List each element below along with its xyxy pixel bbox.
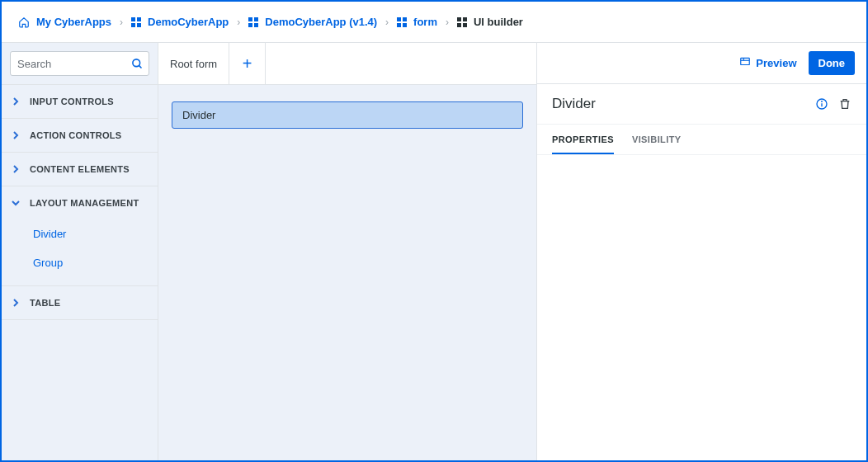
- breadcrumb: My CyberApps › DemoCyberApp › DemoCyberA…: [2, 2, 866, 43]
- home-icon: [18, 16, 30, 28]
- category-header[interactable]: LAYOUT MANAGEMENT: [2, 186, 158, 219]
- sidebar-item-group[interactable]: Group: [33, 248, 158, 277]
- panel-title-row: Divider: [537, 84, 866, 125]
- chevron-right-icon: [12, 299, 21, 307]
- search-icon[interactable]: [131, 58, 144, 70]
- category-label: CONTENT ELEMENTS: [30, 164, 130, 174]
- category-label: ACTION CONTROLS: [30, 130, 121, 140]
- svg-rect-8: [397, 17, 401, 21]
- svg-rect-2: [131, 23, 135, 27]
- crumb-label: DemoCyberApp (v1.4): [265, 16, 377, 28]
- svg-point-23: [822, 101, 823, 102]
- crumb-label: form: [413, 16, 437, 28]
- crumb-form[interactable]: form: [397, 16, 437, 28]
- crumb-label: My CyberApps: [36, 16, 111, 28]
- chevron-right-icon: ›: [385, 16, 389, 28]
- add-tab-button[interactable]: +: [229, 43, 266, 84]
- delete-icon[interactable]: [838, 97, 851, 111]
- panel-title: Divider: [552, 96, 805, 112]
- tab-properties[interactable]: PROPERTIES: [552, 125, 614, 154]
- sidebar-item-divider[interactable]: Divider: [33, 219, 158, 248]
- crumb-democyberapp[interactable]: DemoCyberApp: [131, 16, 229, 28]
- category-header[interactable]: TABLE: [2, 286, 158, 319]
- crumb-label: UI builder: [474, 16, 523, 28]
- category-label: TABLE: [30, 298, 60, 308]
- canvas: Root form + Divider: [158, 43, 536, 460]
- svg-rect-10: [397, 23, 401, 27]
- done-button[interactable]: Done: [809, 51, 856, 75]
- svg-rect-4: [248, 17, 252, 21]
- svg-point-16: [133, 59, 140, 66]
- chevron-right-icon: ›: [237, 16, 240, 28]
- svg-rect-11: [403, 23, 407, 27]
- category-content-elements: CONTENT ELEMENTS: [2, 153, 158, 186]
- category-header[interactable]: CONTENT ELEMENTS: [2, 153, 158, 186]
- category-header[interactable]: INPUT CONTROLS: [2, 85, 158, 118]
- app-icon: [131, 17, 141, 27]
- crumb-label: DemoCyberApp: [148, 16, 229, 28]
- properties-panel: Preview Done Divider PROPERTIES VISIBILI…: [536, 43, 866, 460]
- svg-rect-9: [403, 17, 407, 21]
- svg-rect-1: [137, 17, 141, 21]
- chevron-right-icon: [12, 131, 21, 139]
- panel-tabs: PROPERTIES VISIBILITY: [537, 125, 866, 155]
- svg-rect-0: [131, 17, 135, 21]
- category-label: INPUT CONTROLS: [30, 97, 114, 106]
- chevron-right-icon: ›: [446, 16, 449, 28]
- canvas-tabs: Root form +: [158, 43, 536, 85]
- search-wrap: [2, 43, 158, 85]
- main-area: INPUT CONTROLS ACTION CONTROLS CONTENT E…: [2, 43, 866, 460]
- panel-toolbar: Preview Done: [537, 43, 866, 84]
- category-table: TABLE: [2, 286, 158, 320]
- tab-root-form[interactable]: Root form: [158, 43, 229, 84]
- svg-line-17: [139, 65, 141, 68]
- search-box[interactable]: [10, 51, 149, 76]
- category-layout-management: LAYOUT MANAGEMENT Divider Group: [2, 186, 158, 286]
- preview-label: Preview: [756, 57, 796, 69]
- search-input[interactable]: [11, 54, 149, 73]
- crumb-version[interactable]: DemoCyberApp (v1.4): [248, 16, 377, 28]
- preview-button[interactable]: Preview: [739, 56, 796, 70]
- tab-visibility[interactable]: VISIBILITY: [632, 125, 682, 154]
- svg-rect-12: [457, 17, 461, 21]
- plus-icon: +: [243, 54, 252, 73]
- chevron-right-icon: [12, 97, 21, 106]
- svg-rect-7: [254, 23, 258, 27]
- preview-icon: [739, 56, 751, 70]
- app-icon: [397, 17, 407, 27]
- category-header[interactable]: ACTION CONTROLS: [2, 119, 158, 152]
- svg-rect-18: [741, 58, 750, 64]
- app-icon: [248, 17, 258, 27]
- canvas-element-divider[interactable]: Divider: [172, 101, 523, 129]
- category-items: Divider Group: [2, 219, 158, 285]
- category-input-controls: INPUT CONTROLS: [2, 85, 158, 119]
- chevron-down-icon: [12, 199, 21, 207]
- crumb-ui-builder: UI builder: [457, 16, 523, 28]
- svg-rect-14: [457, 23, 461, 27]
- category-action-controls: ACTION CONTROLS: [2, 119, 158, 153]
- chevron-right-icon: [12, 165, 21, 173]
- category-label: LAYOUT MANAGEMENT: [30, 198, 139, 208]
- svg-rect-3: [137, 23, 141, 27]
- chevron-right-icon: ›: [120, 16, 123, 28]
- app-icon: [457, 17, 467, 27]
- sidebar: INPUT CONTROLS ACTION CONTROLS CONTENT E…: [2, 43, 158, 460]
- canvas-body[interactable]: Divider: [158, 85, 536, 460]
- info-icon[interactable]: [815, 97, 828, 111]
- svg-rect-6: [248, 23, 252, 27]
- svg-rect-15: [463, 23, 467, 27]
- svg-rect-5: [254, 17, 258, 21]
- crumb-my-cyberapps[interactable]: My CyberApps: [18, 16, 111, 28]
- svg-rect-13: [463, 17, 467, 21]
